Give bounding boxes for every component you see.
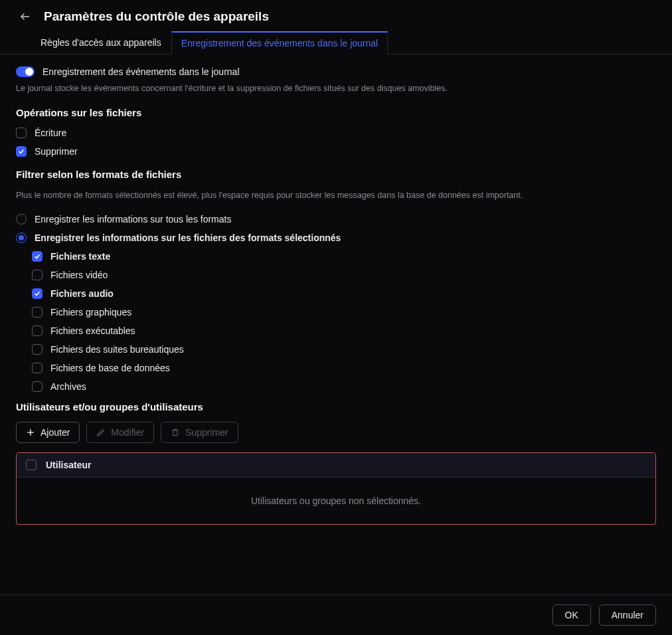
checkbox-db-row[interactable]: Fichiers de base de données <box>32 363 656 373</box>
checkbox-audio-row[interactable]: Fichiers audio <box>32 288 656 299</box>
checkbox-graphic-label: Fichiers graphiques <box>50 307 131 318</box>
checkbox-exec-label: Fichiers exécutables <box>50 325 135 336</box>
tab-event-logging[interactable]: Enregistrement des événements dans le jo… <box>171 31 388 54</box>
col-user-header: Utilisateur <box>46 460 91 470</box>
plus-icon <box>26 428 35 437</box>
checkbox-office[interactable] <box>32 344 42 355</box>
cancel-label: Annuler <box>612 610 643 620</box>
checkbox-text-row[interactable]: Fichiers texte <box>32 251 656 262</box>
format-filter-caption: Plus le nombre de formats sélectionnés e… <box>16 189 656 202</box>
checkbox-delete-label: Supprimer <box>35 146 78 157</box>
remove-user-button: Supprimer <box>161 422 238 443</box>
format-list: Fichiers texte Fichiers vidéo Fichiers a… <box>16 251 656 392</box>
checkbox-write-label: Écriture <box>35 128 66 138</box>
logging-caption: Le journal stocke les événements concern… <box>16 82 656 95</box>
back-arrow-icon[interactable] <box>19 10 32 23</box>
checkbox-video[interactable] <box>32 270 42 280</box>
content-area: Enregistrement des événements dans le jo… <box>0 54 672 531</box>
checkbox-graphic-row[interactable]: Fichiers graphiques <box>32 307 656 318</box>
checkbox-office-row[interactable]: Fichiers des suites bureautiques <box>32 344 656 355</box>
checkbox-write-row[interactable]: Écriture <box>16 128 656 138</box>
file-ops-title: Opérations sur les fichiers <box>16 107 656 118</box>
checkbox-office-label: Fichiers des suites bureautiques <box>50 344 184 355</box>
users-table: Utilisateur Utilisateurs ou groupes non … <box>16 452 656 525</box>
checkbox-delete-row[interactable]: Supprimer <box>16 146 656 157</box>
edit-user-button: Modifier <box>86 422 154 443</box>
checkbox-audio-label: Fichiers audio <box>50 288 114 299</box>
checkbox-db-label: Fichiers de base de données <box>50 363 170 373</box>
radio-selected-formats-row[interactable]: Enregistrer les informations sur les fic… <box>16 232 656 243</box>
checkbox-audio[interactable] <box>32 288 42 299</box>
checkbox-graphic[interactable] <box>32 307 42 318</box>
users-table-empty: Utilisateurs ou groupes non sélectionnés… <box>17 478 655 524</box>
remove-user-label: Supprimer <box>185 427 228 438</box>
page-title: Paramètres du contrôle des appareils <box>44 9 269 24</box>
radio-all-formats-row[interactable]: Enregistrer les informations sur tous le… <box>16 214 656 225</box>
header-bar: Paramètres du contrôle des appareils <box>0 0 672 31</box>
logging-toggle-label: Enregistrement des événements dans le jo… <box>42 66 240 77</box>
ok-label: OK <box>565 610 578 620</box>
tab-access-rules[interactable]: Règles d'accès aux appareils <box>31 31 171 54</box>
checkbox-write[interactable] <box>16 128 27 138</box>
cancel-button[interactable]: Annuler <box>599 604 656 626</box>
checkbox-exec[interactable] <box>32 325 42 336</box>
radio-all-formats[interactable] <box>16 214 27 225</box>
format-filter-title: Filtrer selon les formats de fichiers <box>16 169 656 180</box>
checkbox-exec-row[interactable]: Fichiers exécutables <box>32 325 656 336</box>
checkbox-video-label: Fichiers vidéo <box>50 270 108 280</box>
radio-selected-formats-label: Enregistrer les informations sur les fic… <box>35 232 341 243</box>
logging-toggle-row: Enregistrement des événements dans le jo… <box>16 66 656 77</box>
users-title: Utilisateurs et/ou groupes d'utilisateur… <box>16 401 656 412</box>
checkbox-db[interactable] <box>32 363 42 373</box>
ok-button[interactable]: OK <box>552 604 591 626</box>
add-user-label: Ajouter <box>41 427 70 438</box>
edit-user-label: Modifier <box>111 427 144 438</box>
logging-toggle[interactable] <box>16 66 35 77</box>
select-all-checkbox[interactable] <box>26 460 37 470</box>
pencil-icon <box>96 428 106 437</box>
checkbox-text-label: Fichiers texte <box>50 251 110 262</box>
checkbox-archive-row[interactable]: Archives <box>32 381 656 392</box>
checkbox-video-row[interactable]: Fichiers vidéo <box>32 270 656 280</box>
checkbox-archive-label: Archives <box>50 381 86 392</box>
users-table-header: Utilisateur <box>17 453 655 478</box>
checkbox-text[interactable] <box>32 251 42 262</box>
checkbox-archive[interactable] <box>32 381 42 392</box>
add-user-button[interactable]: Ajouter <box>16 422 80 443</box>
radio-selected-formats[interactable] <box>16 232 27 243</box>
dialog-footer: OK Annuler <box>0 594 672 635</box>
radio-all-formats-label: Enregistrer les informations sur tous le… <box>35 214 231 225</box>
checkbox-delete[interactable] <box>16 146 27 157</box>
tab-bar: Règles d'accès aux appareils Enregistrem… <box>0 31 672 54</box>
user-action-buttons: Ajouter Modifier Supprimer <box>16 422 656 443</box>
trash-icon <box>171 428 180 437</box>
